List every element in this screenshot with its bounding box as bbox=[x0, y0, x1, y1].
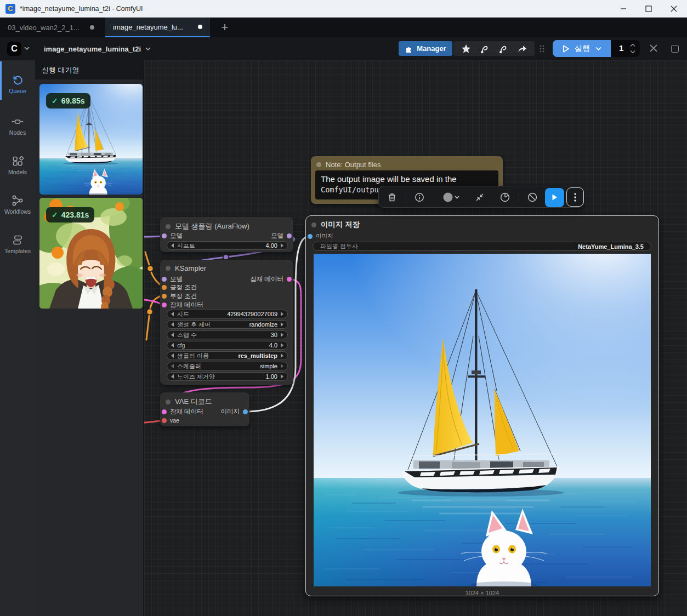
flow-icon[interactable] bbox=[479, 43, 490, 54]
workflow-tabbar: 03_video_wan2_2_1... image_netayume_lu..… bbox=[0, 18, 687, 37]
node-collapse-dot[interactable] bbox=[166, 224, 171, 229]
input-port-vae[interactable]: vae bbox=[162, 417, 179, 424]
output-port-image[interactable]: 이미지 bbox=[221, 408, 248, 415]
puzzle-icon bbox=[405, 44, 413, 53]
reroute-dot-orange[interactable] bbox=[147, 309, 153, 315]
node-ksampler[interactable]: KSampler 모델 긍정 조건 부정 조건 잠재 데이터 잠재 데이터 시드… bbox=[160, 260, 293, 385]
info-button[interactable] bbox=[410, 188, 429, 207]
widget-filename-prefix[interactable]: 파일명 접두사 NetaYume_Lumina_3.5 bbox=[313, 242, 651, 251]
widget-steps[interactable]: 스텝 수30 bbox=[167, 330, 288, 339]
check-icon: ✓ bbox=[52, 210, 58, 219]
queue-panel-header: 실행 대기열 bbox=[35, 60, 143, 79]
share-icon[interactable] bbox=[516, 43, 527, 54]
stop-button[interactable] bbox=[671, 45, 679, 53]
tab-03-video-wan[interactable]: 03_video_wan2_2_1... bbox=[0, 18, 102, 37]
delete-button[interactable] bbox=[383, 188, 401, 207]
selection-toolbar bbox=[378, 186, 583, 208]
sidebar-item-queue[interactable]: Queue bbox=[0, 67, 35, 101]
queue-history-icon bbox=[12, 74, 24, 86]
tab-label: image_netayume_lu... bbox=[113, 23, 183, 31]
run-dropdown-chevron bbox=[595, 47, 601, 51]
more-options-button[interactable] bbox=[566, 187, 584, 207]
output-port-latent[interactable]: 잠재 데이터 bbox=[250, 275, 292, 283]
run-button[interactable]: 실행 bbox=[553, 40, 611, 57]
node-title: 이미지 저장 bbox=[321, 220, 360, 230]
reroute-dot-orange[interactable] bbox=[147, 266, 154, 272]
widget-denoise[interactable]: 노이즈 제거양1.00 bbox=[167, 372, 288, 381]
widget-scheduler[interactable]: 스케줄러simple bbox=[167, 362, 288, 370]
color-picker-button[interactable] bbox=[435, 188, 462, 207]
tab-image-netayume[interactable]: image_netayume_lu... bbox=[105, 18, 210, 37]
queue-time-badge: ✓423.81s bbox=[46, 207, 94, 223]
models-icon bbox=[12, 155, 24, 167]
increment-icon[interactable] bbox=[630, 43, 635, 47]
nodes-icon bbox=[12, 116, 24, 128]
widget-seed[interactable]: 시드429943290027009 bbox=[167, 310, 288, 318]
toolbar-icon-group bbox=[453, 41, 535, 56]
tab-status-dot bbox=[198, 25, 202, 29]
logo-chevron-icon[interactable] bbox=[24, 47, 30, 50]
new-tab-button[interactable]: + bbox=[215, 18, 235, 37]
batch-count-value: 1 bbox=[619, 43, 623, 53]
input-port-model[interactable]: 모델 bbox=[162, 232, 183, 239]
window-title: *image_netayume_lumina_t2i - ComfyUI bbox=[20, 0, 143, 18]
star-icon[interactable] bbox=[461, 43, 472, 54]
minimize-button[interactable] bbox=[611, 0, 636, 18]
node-save-image[interactable]: 이미지 저장 이미지 파일명 접두사 NetaYume_Lumina_3.5 1… bbox=[305, 215, 659, 596]
input-port-latent[interactable]: 잠재 데이터 bbox=[162, 301, 203, 309]
widget-control-after-generate[interactable]: 생성 후 제어randomize bbox=[167, 320, 288, 329]
batch-count-box[interactable]: 1 bbox=[611, 40, 640, 57]
titlebar: C *image_netayume_lumina_t2i - ComfyUI bbox=[0, 0, 687, 18]
node-title: Note: Output files bbox=[326, 161, 381, 169]
sidebar-item-nodes[interactable]: Nodes bbox=[0, 109, 35, 142]
generated-image-preview[interactable] bbox=[314, 254, 651, 586]
left-sidebar: Queue Nodes Models Workflows Templates bbox=[0, 60, 35, 616]
widget-cfg[interactable]: cfg4.0 bbox=[167, 341, 288, 350]
sidebar-item-templates[interactable]: Templates bbox=[0, 227, 35, 261]
input-port-image[interactable]: 이미지 bbox=[308, 232, 333, 240]
reroute-dot-purple[interactable] bbox=[223, 254, 229, 260]
sidebar-item-models[interactable]: Models bbox=[0, 148, 35, 182]
sidebar-item-workflows[interactable]: Workflows bbox=[0, 187, 35, 221]
pin-pie-button[interactable] bbox=[496, 188, 514, 207]
node-collapse-dot[interactable] bbox=[166, 266, 171, 271]
output-port-model[interactable]: 모델 bbox=[271, 232, 292, 239]
run-group: 실행 1 bbox=[553, 40, 640, 57]
maximize-button[interactable] bbox=[636, 0, 661, 18]
main-toolbar: C image_netayume_lumina_t2i Manager 실행 1 bbox=[0, 37, 687, 60]
play-icon bbox=[563, 45, 570, 53]
node-vae-decode[interactable]: VAE 디코드 잠재 데이터 vae 이미지 bbox=[160, 392, 249, 426]
flow-icon-2[interactable] bbox=[498, 43, 509, 54]
image-resolution-label: 1024 × 1024 bbox=[306, 590, 658, 596]
close-button[interactable] bbox=[661, 0, 686, 18]
node-collapse-dot[interactable] bbox=[311, 223, 316, 227]
toolbar-drag-handle[interactable] bbox=[539, 44, 545, 53]
input-port-latent[interactable]: 잠재 데이터 bbox=[162, 408, 203, 415]
tab-status-dot bbox=[90, 25, 94, 30]
comfyui-window: C *image_netayume_lumina_t2i - ComfyUI 0… bbox=[0, 0, 687, 616]
workflow-name[interactable]: image_netayume_lumina_t2i bbox=[44, 37, 151, 60]
input-port-model[interactable]: 모델 bbox=[162, 275, 183, 283]
widget-sampler-name[interactable]: 샘플러 이름res_multistep bbox=[167, 351, 288, 360]
templates-icon bbox=[12, 234, 24, 246]
collapse-button[interactable] bbox=[470, 188, 489, 207]
input-port-positive[interactable]: 긍정 조건 bbox=[162, 283, 197, 291]
comfyui-logo[interactable]: C bbox=[7, 42, 21, 56]
widget-shift[interactable]: 시프트 4.00 bbox=[167, 241, 288, 250]
node-model-sampling-auraflow[interactable]: 모델 샘플링 (AuraFlow) 모델 모델 시프트 4.00 bbox=[160, 217, 293, 252]
app-logo-icon: C bbox=[5, 4, 15, 14]
node-collapse-dot[interactable] bbox=[166, 400, 171, 404]
node-canvas[interactable]: Note: Output files The output image will… bbox=[143, 60, 687, 616]
manager-button[interactable]: Manager bbox=[399, 41, 452, 56]
input-port-negative[interactable]: 부정 조건 bbox=[162, 292, 197, 300]
queue-time-badge: ✓69.85s bbox=[46, 93, 90, 109]
node-collapse-dot[interactable] bbox=[316, 162, 321, 167]
bypass-button[interactable] bbox=[523, 188, 542, 207]
interrupt-button[interactable] bbox=[649, 43, 660, 54]
decrement-icon[interactable] bbox=[630, 50, 635, 54]
execute-node-button[interactable] bbox=[545, 188, 564, 207]
check-icon: ✓ bbox=[52, 96, 58, 105]
workflows-icon bbox=[12, 195, 24, 207]
tab-label: 03_video_wan2_2_1... bbox=[8, 24, 80, 32]
